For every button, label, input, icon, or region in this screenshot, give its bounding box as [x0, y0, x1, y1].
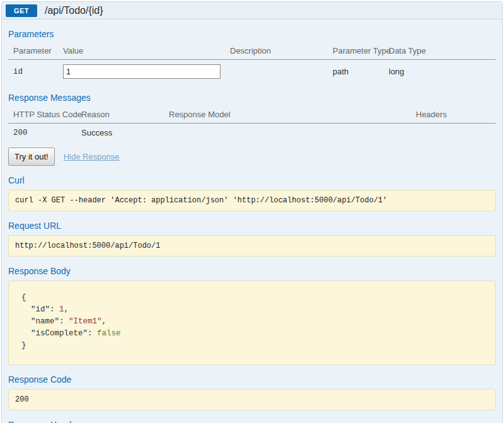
col-data-type: Data Type	[389, 43, 496, 60]
parameter-row: id path long	[8, 60, 496, 84]
response-messages-header-row: HTTP Status Code Reason Response Model H…	[8, 107, 496, 124]
reason-cell: Success	[81, 124, 169, 142]
response-message-row: 200 Success	[8, 124, 496, 142]
col-response-model: Response Model	[169, 107, 416, 124]
param-description	[230, 60, 333, 84]
response-body-json: { "id": 1, "name": "Item1", "isComplete"…	[8, 281, 496, 365]
param-data-type: long	[389, 60, 496, 84]
response-code-value: 200	[8, 389, 496, 410]
response-messages-title: Response Messages	[8, 93, 496, 103]
operation-heading: GET /api/Todo/{id}	[2, 2, 502, 20]
try-it-out-button[interactable]: Try it out!	[8, 148, 55, 166]
response-model-cell	[169, 124, 416, 142]
col-description: Description	[230, 43, 333, 60]
operation-content: Parameters Parameter Value Description P…	[2, 20, 502, 423]
response-code-title: Response Code	[8, 374, 496, 385]
http-method-badge[interactable]: GET	[6, 4, 37, 17]
param-type: path	[333, 60, 389, 84]
response-body-title: Response Body	[8, 266, 496, 276]
operation-panel: GET /api/Todo/{id} Parameters Parameter …	[1, 1, 503, 423]
request-url-title: Request URL	[8, 221, 496, 231]
hide-response-link[interactable]: Hide Response	[64, 152, 120, 161]
param-name: id	[8, 60, 63, 84]
col-value: Value	[63, 43, 230, 60]
col-http-status-code: HTTP Status Code	[8, 107, 81, 124]
request-url-value: http://localhost:5000/api/Todo/1	[8, 235, 496, 257]
curl-command: curl -X GET --header 'Accept: applicatio…	[8, 190, 496, 211]
parameters-title: Parameters	[8, 29, 496, 39]
actions-row: Try it out! Hide Response	[8, 148, 496, 166]
col-reason: Reason	[81, 107, 169, 124]
col-parameter: Parameter	[8, 43, 63, 60]
headers-cell	[416, 124, 496, 142]
response-messages-table: HTTP Status Code Reason Response Model H…	[8, 107, 496, 142]
parameters-header-row: Parameter Value Description Parameter Ty…	[8, 43, 496, 60]
parameters-table: Parameter Value Description Parameter Ty…	[8, 43, 496, 83]
param-value-input[interactable]	[63, 64, 220, 79]
status-code-cell: 200	[8, 124, 81, 142]
endpoint-path[interactable]: /api/Todo/{id}	[45, 5, 103, 16]
curl-title: Curl	[8, 175, 496, 185]
col-headers: Headers	[416, 107, 496, 124]
response-headers-title: Response Headers	[8, 420, 496, 423]
col-parameter-type: Parameter Type	[333, 43, 389, 60]
